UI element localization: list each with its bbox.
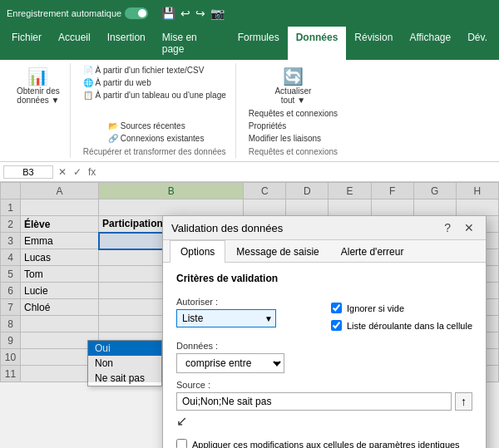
criteria-section-label: Critères de validation [176, 273, 472, 284]
ignorer-vide-row: Ignorer si vide [331, 303, 472, 313]
tab-revision[interactable]: Révision [346, 27, 401, 60]
camera-icon[interactable]: 📷 [210, 7, 225, 20]
apply-checkbox[interactable] [176, 439, 187, 448]
ignorer-vide-checkbox[interactable] [331, 303, 342, 313]
get-data-icon: 📊 [27, 66, 48, 86]
cell-reference-input[interactable] [3, 165, 53, 179]
mouse-cursor-icon: ↙ [176, 413, 187, 429]
dialog-close-icon[interactable]: ✕ [461, 221, 477, 234]
from-text-btn[interactable]: 📄 À partir d'un fichier texte/CSV [81, 65, 229, 76]
donnees-select-wrapper: comprise entre ▼ [176, 353, 284, 373]
redo-icon[interactable]: ↪ [195, 7, 205, 20]
insert-function-icon[interactable]: fx [86, 166, 97, 178]
donnees-label: Données : [176, 341, 284, 351]
tab-formules[interactable]: Formules [230, 27, 288, 60]
dialog-tab-options[interactable]: Options [170, 240, 225, 263]
ribbon-group-queries: 🔄 Actualisertout ▼ Requêtes et connexion… [240, 63, 347, 158]
autosave-label: Enregistrement automatique [7, 8, 121, 18]
ignorer-vide-label: Ignorer si vide [347, 303, 404, 313]
group3-label: Requêtes et connexions [249, 145, 338, 156]
tab-donnees[interactable]: Données [288, 27, 347, 60]
edit-links-btn[interactable]: Modifier les liaisons [246, 133, 340, 144]
dialog-title-bar: Validation des données ? ✕ [163, 216, 486, 240]
ribbon-group-get-data: 📊 Obtenir desdonnées ▼ [7, 63, 71, 158]
save-icon[interactable]: 💾 [161, 7, 175, 20]
refresh-all-button[interactable]: 🔄 Actualisertout ▼ [271, 65, 314, 106]
title-bar: Enregistrement automatique 💾 ↩ ↪ 📷 [0, 0, 499, 27]
donnees-select[interactable]: comprise entre [176, 353, 284, 373]
tab-mise-en-page[interactable]: Mise en page [154, 27, 230, 60]
dialog-help-icon[interactable]: ? [441, 221, 454, 234]
dialog-body: Critères de validation Autoriser : Liste… [163, 263, 486, 448]
liste-deroulante-label: Liste déroulante dans la cellule [347, 321, 472, 331]
dialog-title-actions: ? ✕ [441, 221, 477, 234]
autosave-toggle[interactable]: Enregistrement automatique [7, 7, 148, 19]
from-table-btn[interactable]: 📋 À partir d'un tableau ou d'une plage [81, 90, 229, 101]
ribbon-content: 📊 Obtenir desdonnées ▼ 📄 À partir d'un f… [0, 60, 499, 161]
confirm-formula-icon[interactable]: ✓ [72, 166, 83, 178]
group2-label: Récupérer et transformer des données [83, 145, 226, 156]
tab-insertion[interactable]: Insertion [99, 27, 154, 60]
liste-deroulante-row: Liste déroulante dans la cellule [331, 320, 472, 331]
source-row: ↑ [176, 392, 472, 411]
dialog-tab-bar: Options Message de saisie Alerte d'erreu… [163, 240, 486, 263]
dialog-title: Validation des données [171, 222, 283, 234]
existing-connections-btn[interactable]: 🔗 Connexions existantes [106, 133, 206, 144]
apply-label: Appliquer ces modifications aux cellules… [192, 440, 460, 449]
autoriser-select-wrapper: Liste ▼ [176, 309, 276, 327]
tab-accueil[interactable]: Accueil [50, 27, 99, 60]
source-section: Source : ↑ [176, 380, 472, 411]
tab-dev[interactable]: Dév. [459, 27, 496, 60]
queries-connections-btn[interactable]: Requêtes et connexions [246, 108, 340, 119]
refresh-label: Actualisertout ▼ [274, 86, 311, 105]
ribbon: Fichier Accueil Insertion Mise en page F… [0, 27, 499, 162]
formula-bar: ✕ ✓ fx [0, 162, 499, 182]
ribbon-group-transform: 📄 À partir d'un fichier texte/CSV 🌐 À pa… [74, 63, 236, 158]
validation-dialog: Validation des données ? ✕ Options Messa… [162, 215, 487, 448]
formula-input[interactable] [101, 167, 496, 177]
ribbon-tab-bar: Fichier Accueil Insertion Mise en page F… [0, 27, 499, 60]
title-icons: 💾 ↩ ↪ 📷 [161, 7, 225, 20]
get-data-label: Obtenir desdonnées ▼ [17, 86, 60, 105]
cancel-formula-icon[interactable]: ✕ [57, 166, 68, 178]
dialog-tab-message[interactable]: Message de saisie [225, 240, 329, 263]
dialog-tab-alert[interactable]: Alerte d'erreur [330, 240, 415, 263]
autoriser-select[interactable]: Liste [176, 309, 276, 327]
tab-fichier[interactable]: Fichier [3, 27, 50, 60]
refresh-icon: 🔄 [283, 66, 304, 86]
liste-deroulante-checkbox[interactable] [331, 320, 342, 331]
recent-sources-btn[interactable]: 📂 Sources récentes [106, 121, 206, 131]
spreadsheet: A B C D E F G H 1 [0, 182, 499, 382]
properties-btn[interactable]: Propriétés [246, 121, 340, 131]
tab-affichage[interactable]: Affichage [401, 27, 459, 60]
from-web-btn[interactable]: 🌐 À partir du web [81, 77, 229, 88]
get-data-button[interactable]: 📊 Obtenir desdonnées ▼ [13, 65, 63, 106]
autoriser-row: Autoriser : Liste ▼ Ignorer si vide [176, 289, 472, 334]
source-input[interactable] [176, 392, 452, 411]
autoriser-label: Autoriser : [176, 297, 324, 307]
donnees-row: Données : comprise entre ▼ [176, 341, 472, 373]
apply-row: Appliquer ces modifications aux cellules… [176, 439, 472, 448]
source-label: Source : [176, 380, 472, 390]
undo-icon[interactable]: ↩ [180, 7, 190, 20]
autosave-switch[interactable] [125, 7, 148, 19]
source-range-button[interactable]: ↑ [455, 392, 472, 411]
